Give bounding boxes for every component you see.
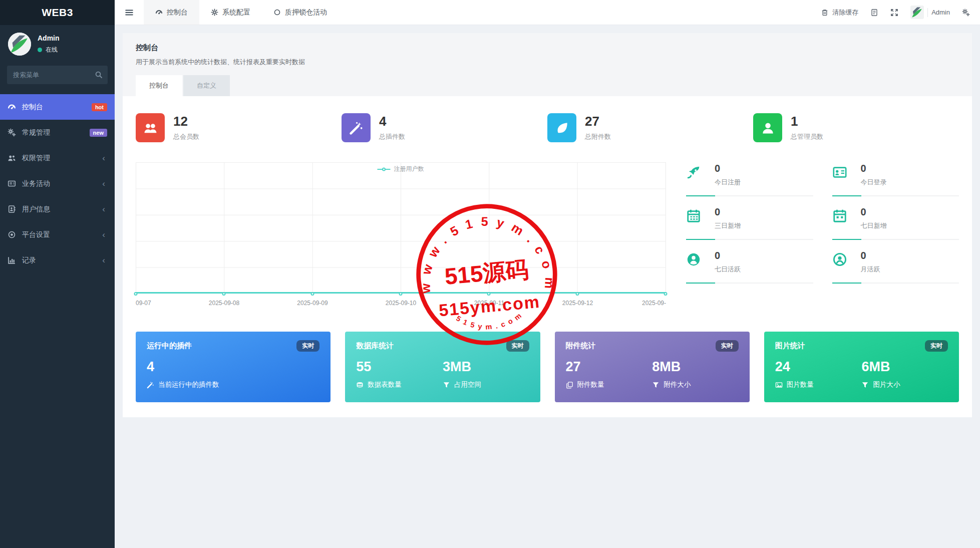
rocket-icon xyxy=(686,165,701,180)
chart-point xyxy=(310,292,314,296)
new-badge: new xyxy=(90,129,107,137)
hot-badge: hot xyxy=(92,103,107,111)
app-root: WEB3 Admin 在线 控制台 hot xyxy=(0,0,980,548)
app-logo[interactable]: WEB3 xyxy=(0,0,115,25)
sidebar-toggle-button[interactable] xyxy=(115,0,144,25)
filter-icon xyxy=(861,381,869,389)
divider xyxy=(927,8,928,17)
chart-legend[interactable]: 注册用户数 xyxy=(378,165,424,173)
chevron-left-icon: ‹ xyxy=(102,179,107,188)
topbar-tab-console[interactable]: 控制台 xyxy=(144,0,199,25)
chart-point xyxy=(399,292,403,296)
avatar[interactable] xyxy=(8,33,31,56)
newspaper-icon xyxy=(8,179,16,188)
copy-icon xyxy=(566,381,573,389)
sidebar-item-userinfo[interactable]: 用户信息 ‹ xyxy=(0,196,115,222)
chevron-left-icon: ‹ xyxy=(102,205,107,213)
image-icon xyxy=(775,381,783,389)
user-circle-outline-icon xyxy=(832,252,847,267)
chart-point xyxy=(487,292,491,296)
bullseye-icon xyxy=(8,230,16,239)
divider xyxy=(832,195,959,196)
chart-point xyxy=(222,292,226,296)
divider xyxy=(686,283,813,284)
sidebar-item-records[interactable]: 记录 ‹ xyxy=(0,247,115,273)
legend-marker-icon xyxy=(382,167,386,171)
mini-stat-7day-new: 0 七日新增 xyxy=(832,206,959,249)
chevron-left-icon: ‹ xyxy=(102,256,107,264)
stats-row: 12 总会员数 4 总插件数 xyxy=(136,113,959,142)
address-book-icon xyxy=(8,205,16,213)
divider xyxy=(832,283,959,284)
id-card-icon xyxy=(832,165,847,180)
hamburger-icon xyxy=(125,8,134,17)
page-content: 控制台 用于展示当前系统中的统计数据、统计报表及重要实时数据 控制台 自定义 xyxy=(115,25,980,548)
chart-plot-area: 注册用户数 xyxy=(136,162,666,294)
mini-stat-7day-active: 0 七日活跃 xyxy=(686,249,813,293)
search-input[interactable] xyxy=(7,66,108,84)
app-title: WEB3 xyxy=(42,7,73,19)
circle-icon xyxy=(273,9,281,16)
user-icon xyxy=(761,121,775,135)
stat-total-attachments: 27 总附件数 xyxy=(547,113,753,142)
realtime-badge: 实时 xyxy=(716,340,739,352)
registered-users-chart: 注册用户数 xyxy=(136,162,666,309)
card-attachment-stats: 附件统计 实时 27 附件数量 xyxy=(555,332,750,402)
user-status-label: 在线 xyxy=(46,46,58,54)
tab-custom[interactable]: 自定义 xyxy=(183,75,230,96)
stat-total-admins: 1 总管理员数 xyxy=(753,113,959,142)
mini-stat-3day-new: 0 三日新增 xyxy=(686,206,813,249)
page-subtitle: 用于展示当前系统中的统计数据、统计报表及重要实时数据 xyxy=(136,58,959,67)
chart-x-axis: 09-07 2025-09-08 2025-09-09 2025-09-10 2… xyxy=(136,300,666,309)
sidebar-item-business[interactable]: 业务活动 ‹ xyxy=(0,171,115,196)
user-panel: Admin 在线 xyxy=(0,25,115,61)
mini-stat-today-login: 0 今日登录 xyxy=(832,162,959,206)
stat-total-plugins: 4 总插件数 xyxy=(342,113,547,142)
dashboard-icon xyxy=(8,103,16,111)
sidebar-item-console[interactable]: 控制台 hot xyxy=(0,94,115,120)
expand-icon xyxy=(890,9,898,17)
card-image-stats: 图片统计 实时 24 图片数量 xyxy=(764,332,959,402)
realtime-badge: 实时 xyxy=(506,340,529,352)
chart-point xyxy=(134,292,138,296)
panel-heading: 控制台 用于展示当前系统中的统计数据、统计报表及重要实时数据 控制台 自定义 xyxy=(123,33,972,96)
main-area: 控制台 系统配置 质押锁仓活动 清除缓存 xyxy=(115,0,980,548)
panel-tabs: 控制台 自定义 xyxy=(136,75,959,96)
realtime-badge: 实时 xyxy=(296,340,319,352)
calendar-alt-icon xyxy=(832,208,847,223)
summary-cards: 运行中的插件 实时 4 当前运行中的插件数 xyxy=(136,332,959,402)
sidebar-item-platform[interactable]: 平台设置 ‹ xyxy=(0,222,115,247)
magic-wand-icon xyxy=(147,381,154,389)
dashboard-icon xyxy=(155,9,163,16)
user-group-icon xyxy=(143,121,158,135)
fullscreen-button[interactable] xyxy=(890,9,898,17)
page-title: 控制台 xyxy=(136,43,959,53)
tab-console[interactable]: 控制台 xyxy=(136,75,182,96)
topbar: 控制台 系统配置 质押锁仓活动 清除缓存 xyxy=(115,0,980,25)
sidebar-item-general[interactable]: 常规管理 new xyxy=(0,120,115,145)
stat-total-members: 12 总会员数 xyxy=(136,113,342,142)
card-running-plugins: 运行中的插件 实时 4 当前运行中的插件数 xyxy=(136,332,331,402)
bar-chart-icon xyxy=(8,256,16,264)
trash-icon xyxy=(821,9,829,17)
realtime-badge: 实时 xyxy=(925,340,948,352)
users-icon xyxy=(8,154,16,162)
divider xyxy=(686,239,813,240)
divider xyxy=(686,195,813,196)
sidebar-item-permissions[interactable]: 权限管理 ‹ xyxy=(0,145,115,171)
mini-stat-today-registered: 0 今日注册 xyxy=(686,162,813,206)
chevron-left-icon: ‹ xyxy=(102,154,107,162)
admin-menu[interactable]: Admin xyxy=(910,6,950,19)
card-database-stats: 数据库统计 实时 55 数据表数量 xyxy=(345,332,540,402)
database-icon xyxy=(356,381,364,389)
topbar-tab-staking[interactable]: 质押锁仓活动 xyxy=(262,0,339,25)
topbar-tab-system-config[interactable]: 系统配置 xyxy=(199,0,262,25)
admin-username: Admin xyxy=(931,9,950,16)
clear-cache-button[interactable]: 清除缓存 xyxy=(821,8,858,17)
file-manager-button[interactable] xyxy=(870,9,878,17)
filter-icon xyxy=(443,381,450,389)
gears-icon xyxy=(962,9,970,17)
leaf-icon xyxy=(555,121,569,135)
settings-button[interactable] xyxy=(962,9,970,17)
chart-point xyxy=(575,292,579,296)
